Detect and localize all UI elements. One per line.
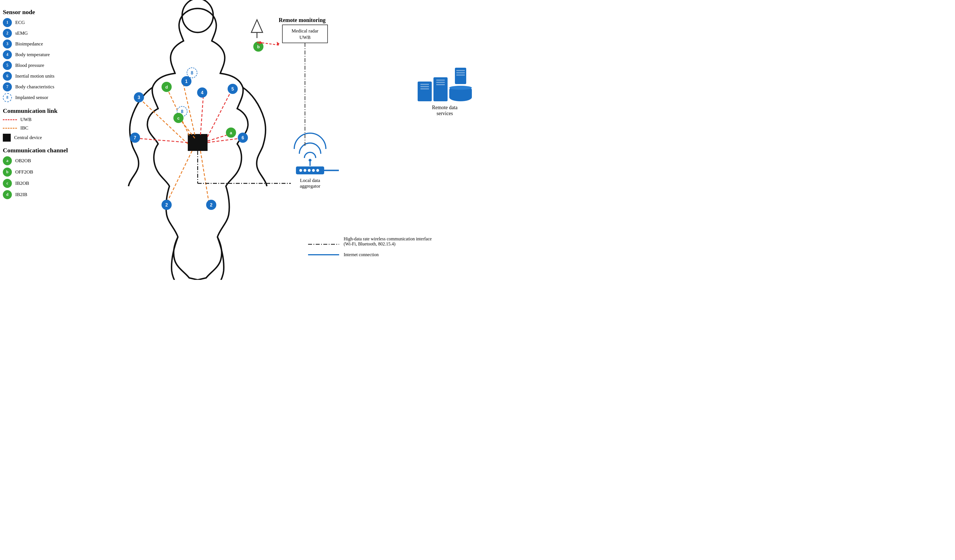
label-imu: Inertial motion units (15, 73, 55, 79)
badge-8: 8 (3, 93, 12, 102)
central-device-symbol (3, 134, 11, 142)
head-outline (182, 0, 213, 33)
server-tower-1 (418, 81, 432, 101)
radar-line1: Medical radar (292, 28, 318, 34)
radar-box (282, 25, 327, 43)
channel-a-node-label: a (230, 130, 232, 135)
diagram-area: 1 3 4 5 6 7 2 2 8 (56, 0, 339, 280)
node-7-label: 7 (134, 136, 136, 140)
remote-data-services-label: Remote dataservices (418, 105, 472, 117)
uwb-label: UWB (20, 117, 31, 122)
ibc-label: IBC (20, 125, 28, 131)
node-5-label: 5 (232, 87, 234, 91)
internet-legend-item: Internet connection (308, 252, 472, 257)
right-leg-lower (216, 237, 224, 280)
label-body-char: Body characteristics (15, 84, 54, 90)
node-8a-label: 8 (191, 70, 193, 75)
remote-data-services-panel: Remote dataservices (418, 68, 472, 117)
node-8b-label: 8 (181, 109, 183, 114)
channel-c-node-label: c (177, 115, 180, 120)
router-dot-4 (312, 169, 315, 172)
dash-dot-label: High-data rate wireless communication in… (344, 236, 432, 246)
left-leg-lower (171, 237, 179, 280)
aggregator-label-1: Local data (300, 178, 320, 183)
channel-c-badge: c (3, 179, 12, 188)
node-4-label: 4 (201, 90, 204, 95)
label-implanted: Implanted sensor (15, 95, 48, 100)
label-blood-pressure: Blood pressure (15, 62, 44, 68)
channel-d-node-label: d (165, 85, 168, 89)
channel-b-badge: b (3, 168, 12, 176)
channel-b-node-label: b (257, 44, 260, 49)
dash-dot-legend-item: High-data rate wireless communication in… (308, 236, 472, 246)
server-tower-2 (434, 77, 448, 101)
badge-7: 7 (3, 83, 12, 91)
badge-3: 3 (3, 39, 12, 48)
badge-5: 5 (3, 61, 12, 70)
node-6-label: 6 (242, 136, 244, 140)
node-3-label: 3 (138, 95, 140, 100)
channel-d-label: IB2IB (15, 192, 27, 198)
ibc-line-sample (3, 128, 17, 129)
remote-monitoring-title: Remote monitoring (279, 17, 326, 23)
node-2right-label: 2 (210, 203, 213, 207)
badge-6: 6 (3, 72, 12, 81)
channel-b-label: OFF2OB (15, 169, 33, 175)
server-cluster (418, 68, 472, 101)
router-dot-3 (308, 169, 311, 172)
wifi-center-dot (308, 159, 312, 162)
badge-1: 1 (3, 18, 12, 27)
ibc-line-2right (200, 151, 209, 203)
ibc-line-2left (167, 151, 192, 203)
internet-label: Internet connection (344, 252, 379, 257)
channel-d-badge: d (3, 190, 12, 199)
uwb-line-7 (136, 138, 188, 142)
central-device-label: Central device (14, 135, 42, 140)
router-dot-5 (316, 169, 319, 172)
label-bioimpedance: Bioimpedance (15, 41, 43, 47)
uwb-line-sample (3, 119, 17, 120)
bottom-legend: High-data rate wireless communication in… (308, 236, 472, 263)
channel-c-label: IB2OB (15, 181, 29, 186)
label-semg: sEMG (15, 30, 28, 36)
badge-2: 2 (3, 29, 12, 38)
internet-line-sample (308, 254, 339, 255)
page: Sensor node 1 ECG 2 sEMG 3 Bioimpedance … (0, 0, 478, 280)
radar-line2: UWB (299, 35, 311, 40)
server-small (455, 68, 466, 84)
router-dot-2 (304, 169, 306, 172)
central-device-rect (188, 134, 208, 151)
channel-a-label: OB2OB (15, 158, 31, 164)
badge-4: 4 (3, 50, 12, 59)
wifi-arc-small (304, 152, 316, 158)
label-ecg: ECG (15, 20, 25, 25)
aggregator-label-2: aggregator (300, 183, 321, 189)
db-drum (449, 86, 472, 101)
router-dot-1 (299, 169, 302, 172)
server-db-stack (449, 68, 472, 101)
node-1-label: 1 (185, 79, 188, 84)
antenna-symbol (251, 20, 263, 33)
node-2left-label: 2 (166, 203, 168, 207)
label-body-temp: Body temperature (15, 52, 50, 58)
wifi-arc-large (294, 133, 326, 149)
channel-a-badge: a (3, 156, 12, 165)
uwb-line-6 (208, 138, 241, 142)
dash-dot-sample (308, 241, 339, 242)
uwb-line-4 (200, 96, 203, 135)
